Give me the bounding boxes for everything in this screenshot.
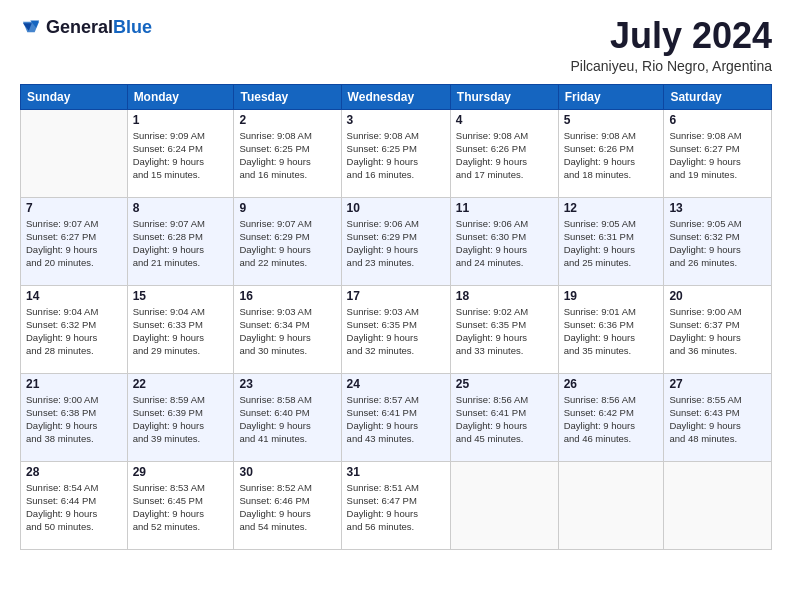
calendar-cell: 30Sunrise: 8:52 AMSunset: 6:46 PMDayligh…	[234, 461, 341, 549]
day-number: 10	[347, 201, 445, 215]
day-number: 2	[239, 113, 335, 127]
calendar-cell	[664, 461, 772, 549]
calendar-cell: 7Sunrise: 9:07 AMSunset: 6:27 PMDaylight…	[21, 197, 128, 285]
day-info: Sunrise: 9:00 AMSunset: 6:38 PMDaylight:…	[26, 393, 122, 446]
day-info: Sunrise: 8:56 AMSunset: 6:41 PMDaylight:…	[456, 393, 553, 446]
day-info: Sunrise: 8:53 AMSunset: 6:45 PMDaylight:…	[133, 481, 229, 534]
day-info: Sunrise: 9:07 AMSunset: 6:28 PMDaylight:…	[133, 217, 229, 270]
weekday-header-monday: Monday	[127, 84, 234, 109]
day-info: Sunrise: 8:58 AMSunset: 6:40 PMDaylight:…	[239, 393, 335, 446]
logo-general: General	[46, 17, 113, 37]
day-info: Sunrise: 8:55 AMSunset: 6:43 PMDaylight:…	[669, 393, 766, 446]
calendar-week-row: 28Sunrise: 8:54 AMSunset: 6:44 PMDayligh…	[21, 461, 772, 549]
day-number: 24	[347, 377, 445, 391]
day-number: 3	[347, 113, 445, 127]
header: GeneralBlue July 2024 Pilcaniyeu, Rio Ne…	[20, 16, 772, 74]
calendar-cell: 15Sunrise: 9:04 AMSunset: 6:33 PMDayligh…	[127, 285, 234, 373]
calendar-cell: 21Sunrise: 9:00 AMSunset: 6:38 PMDayligh…	[21, 373, 128, 461]
title-block: July 2024 Pilcaniyeu, Rio Negro, Argenti…	[570, 16, 772, 74]
day-info: Sunrise: 8:56 AMSunset: 6:42 PMDaylight:…	[564, 393, 659, 446]
calendar-cell: 27Sunrise: 8:55 AMSunset: 6:43 PMDayligh…	[664, 373, 772, 461]
day-number: 15	[133, 289, 229, 303]
day-info: Sunrise: 9:08 AMSunset: 6:26 PMDaylight:…	[564, 129, 659, 182]
weekday-header-sunday: Sunday	[21, 84, 128, 109]
calendar-week-row: 14Sunrise: 9:04 AMSunset: 6:32 PMDayligh…	[21, 285, 772, 373]
calendar-cell: 24Sunrise: 8:57 AMSunset: 6:41 PMDayligh…	[341, 373, 450, 461]
day-info: Sunrise: 9:06 AMSunset: 6:29 PMDaylight:…	[347, 217, 445, 270]
logo-icon	[20, 16, 42, 38]
calendar-cell: 14Sunrise: 9:04 AMSunset: 6:32 PMDayligh…	[21, 285, 128, 373]
calendar-cell	[450, 461, 558, 549]
page: GeneralBlue July 2024 Pilcaniyeu, Rio Ne…	[0, 0, 792, 612]
calendar-cell: 16Sunrise: 9:03 AMSunset: 6:34 PMDayligh…	[234, 285, 341, 373]
day-info: Sunrise: 9:06 AMSunset: 6:30 PMDaylight:…	[456, 217, 553, 270]
day-number: 13	[669, 201, 766, 215]
calendar-cell: 10Sunrise: 9:06 AMSunset: 6:29 PMDayligh…	[341, 197, 450, 285]
day-info: Sunrise: 9:09 AMSunset: 6:24 PMDaylight:…	[133, 129, 229, 182]
weekday-header-tuesday: Tuesday	[234, 84, 341, 109]
day-number: 4	[456, 113, 553, 127]
day-number: 22	[133, 377, 229, 391]
calendar-cell: 3Sunrise: 9:08 AMSunset: 6:25 PMDaylight…	[341, 109, 450, 197]
day-number: 12	[564, 201, 659, 215]
calendar-cell: 25Sunrise: 8:56 AMSunset: 6:41 PMDayligh…	[450, 373, 558, 461]
day-info: Sunrise: 9:04 AMSunset: 6:33 PMDaylight:…	[133, 305, 229, 358]
calendar-cell: 5Sunrise: 9:08 AMSunset: 6:26 PMDaylight…	[558, 109, 664, 197]
day-info: Sunrise: 9:04 AMSunset: 6:32 PMDaylight:…	[26, 305, 122, 358]
calendar-cell: 22Sunrise: 8:59 AMSunset: 6:39 PMDayligh…	[127, 373, 234, 461]
calendar-cell: 23Sunrise: 8:58 AMSunset: 6:40 PMDayligh…	[234, 373, 341, 461]
calendar-cell	[21, 109, 128, 197]
day-info: Sunrise: 9:00 AMSunset: 6:37 PMDaylight:…	[669, 305, 766, 358]
day-number: 26	[564, 377, 659, 391]
calendar-cell: 11Sunrise: 9:06 AMSunset: 6:30 PMDayligh…	[450, 197, 558, 285]
calendar-cell: 18Sunrise: 9:02 AMSunset: 6:35 PMDayligh…	[450, 285, 558, 373]
day-number: 11	[456, 201, 553, 215]
day-number: 30	[239, 465, 335, 479]
day-number: 18	[456, 289, 553, 303]
day-info: Sunrise: 8:57 AMSunset: 6:41 PMDaylight:…	[347, 393, 445, 446]
day-info: Sunrise: 9:07 AMSunset: 6:29 PMDaylight:…	[239, 217, 335, 270]
day-number: 28	[26, 465, 122, 479]
day-info: Sunrise: 9:08 AMSunset: 6:27 PMDaylight:…	[669, 129, 766, 182]
day-number: 23	[239, 377, 335, 391]
day-number: 31	[347, 465, 445, 479]
calendar-cell: 6Sunrise: 9:08 AMSunset: 6:27 PMDaylight…	[664, 109, 772, 197]
day-info: Sunrise: 9:03 AMSunset: 6:34 PMDaylight:…	[239, 305, 335, 358]
calendar-cell: 28Sunrise: 8:54 AMSunset: 6:44 PMDayligh…	[21, 461, 128, 549]
day-number: 21	[26, 377, 122, 391]
day-info: Sunrise: 9:01 AMSunset: 6:36 PMDaylight:…	[564, 305, 659, 358]
logo-blue: Blue	[113, 17, 152, 37]
day-number: 14	[26, 289, 122, 303]
day-info: Sunrise: 8:54 AMSunset: 6:44 PMDaylight:…	[26, 481, 122, 534]
day-number: 1	[133, 113, 229, 127]
calendar-cell: 19Sunrise: 9:01 AMSunset: 6:36 PMDayligh…	[558, 285, 664, 373]
calendar-cell	[558, 461, 664, 549]
logo: GeneralBlue	[20, 16, 152, 38]
calendar-cell: 1Sunrise: 9:09 AMSunset: 6:24 PMDaylight…	[127, 109, 234, 197]
weekday-header-friday: Friday	[558, 84, 664, 109]
calendar-cell: 4Sunrise: 9:08 AMSunset: 6:26 PMDaylight…	[450, 109, 558, 197]
calendar-cell: 2Sunrise: 9:08 AMSunset: 6:25 PMDaylight…	[234, 109, 341, 197]
day-number: 25	[456, 377, 553, 391]
day-info: Sunrise: 9:08 AMSunset: 6:25 PMDaylight:…	[347, 129, 445, 182]
day-number: 16	[239, 289, 335, 303]
calendar-cell: 17Sunrise: 9:03 AMSunset: 6:35 PMDayligh…	[341, 285, 450, 373]
day-number: 27	[669, 377, 766, 391]
day-number: 8	[133, 201, 229, 215]
day-number: 7	[26, 201, 122, 215]
calendar-cell: 31Sunrise: 8:51 AMSunset: 6:47 PMDayligh…	[341, 461, 450, 549]
day-info: Sunrise: 8:52 AMSunset: 6:46 PMDaylight:…	[239, 481, 335, 534]
calendar-week-row: 1Sunrise: 9:09 AMSunset: 6:24 PMDaylight…	[21, 109, 772, 197]
calendar-cell: 13Sunrise: 9:05 AMSunset: 6:32 PMDayligh…	[664, 197, 772, 285]
day-number: 17	[347, 289, 445, 303]
calendar-week-row: 21Sunrise: 9:00 AMSunset: 6:38 PMDayligh…	[21, 373, 772, 461]
day-info: Sunrise: 8:59 AMSunset: 6:39 PMDaylight:…	[133, 393, 229, 446]
weekday-header-thursday: Thursday	[450, 84, 558, 109]
calendar-cell: 29Sunrise: 8:53 AMSunset: 6:45 PMDayligh…	[127, 461, 234, 549]
day-info: Sunrise: 9:05 AMSunset: 6:32 PMDaylight:…	[669, 217, 766, 270]
day-info: Sunrise: 9:08 AMSunset: 6:26 PMDaylight:…	[456, 129, 553, 182]
day-number: 5	[564, 113, 659, 127]
weekday-header-wednesday: Wednesday	[341, 84, 450, 109]
day-number: 29	[133, 465, 229, 479]
month-title: July 2024	[570, 16, 772, 56]
